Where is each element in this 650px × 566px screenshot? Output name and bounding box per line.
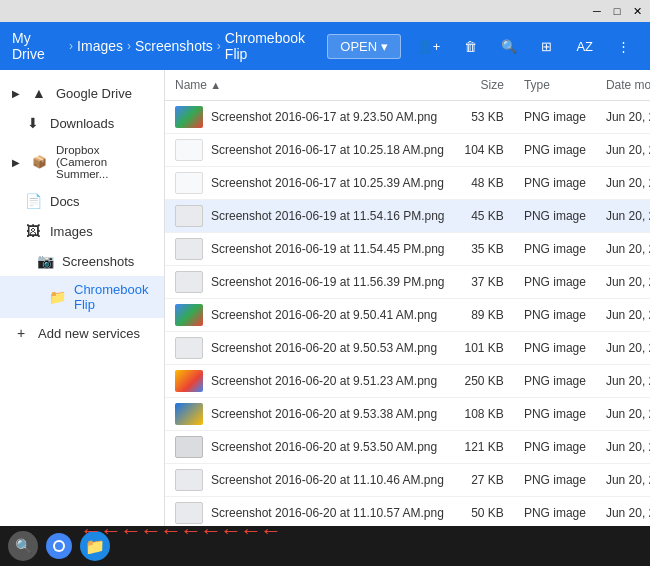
file-type: PNG image xyxy=(514,398,596,431)
add-person-button[interactable]: 👤+ xyxy=(409,35,449,58)
title-bar: ─ □ ✕ xyxy=(0,0,650,22)
breadcrumb-mydrive[interactable]: My Drive xyxy=(12,30,65,62)
table-row[interactable]: Screenshot 2016-06-19 at 11.54.45 PM.png… xyxy=(165,233,650,266)
file-type: PNG image xyxy=(514,167,596,200)
taskbar-search-icon[interactable]: 🔍 xyxy=(8,531,38,561)
search-icon: 🔍 xyxy=(501,39,517,54)
maximize-button[interactable]: □ xyxy=(608,2,626,20)
file-type: PNG image xyxy=(514,233,596,266)
file-name-cell: Screenshot 2016-06-19 at 11.54.16 PM.png xyxy=(165,200,455,233)
table-row[interactable]: Screenshot 2016-06-17 at 9.23.50 AM.png … xyxy=(165,101,650,134)
file-size: 48 KB xyxy=(455,167,514,200)
more-icon: ⋮ xyxy=(617,39,630,54)
minimize-button[interactable]: ─ xyxy=(588,2,606,20)
google-drive-icon: ▲ xyxy=(30,84,48,102)
delete-icon: 🗑 xyxy=(464,39,477,54)
table-row[interactable]: Screenshot 2016-06-20 at 9.51.23 AM.png … xyxy=(165,365,650,398)
file-type: PNG image xyxy=(514,332,596,365)
svg-point-2 xyxy=(55,542,63,550)
sidebar-item-google-drive[interactable]: ▶ ▲ Google Drive xyxy=(0,78,164,108)
file-name-cell: Screenshot 2016-06-20 at 9.53.50 AM.png xyxy=(165,431,455,464)
sidebar-item-downloads[interactable]: ⬇ Downloads xyxy=(0,108,164,138)
file-thumbnail xyxy=(175,139,203,161)
taskbar: 🔍 📁 ←←←←←←←←←← xyxy=(0,526,650,566)
col-header-name[interactable]: Name ▲ xyxy=(165,70,455,101)
folder-icon: 📁 xyxy=(48,288,66,306)
file-thumbnail xyxy=(175,403,203,425)
file-date: Jun 20, 2016, 11:52 AM xyxy=(596,365,650,398)
table-row[interactable]: Screenshot 2016-06-17 at 10.25.18 AM.png… xyxy=(165,134,650,167)
breadcrumb-sep-2: › xyxy=(127,39,131,53)
file-thumbnail xyxy=(175,106,203,128)
more-options-button[interactable]: ⋮ xyxy=(609,35,638,58)
table-header-row: Name ▲ Size Type Date modified xyxy=(165,70,650,101)
file-size: 101 KB xyxy=(455,332,514,365)
sidebar-label-images: Images xyxy=(50,224,93,239)
header: My Drive › Images › Screenshots › Chrome… xyxy=(0,22,650,70)
delete-button[interactable]: 🗑 xyxy=(456,35,485,58)
file-size: 45 KB xyxy=(455,200,514,233)
taskbar-chrome-icon[interactable] xyxy=(44,531,74,561)
close-button[interactable]: ✕ xyxy=(628,2,646,20)
file-date: Jun 20, 2016, 11:52 AM xyxy=(596,101,650,134)
search-button[interactable]: 🔍 xyxy=(493,35,525,58)
grid-icon: ⊞ xyxy=(541,39,552,54)
file-thumbnail xyxy=(175,238,203,260)
breadcrumb-screenshots[interactable]: Screenshots xyxy=(135,38,213,54)
breadcrumb-current[interactable]: Chromebook Flip xyxy=(225,30,327,62)
table-row[interactable]: Screenshot 2016-06-17 at 10.25.39 AM.png… xyxy=(165,167,650,200)
table-row[interactable]: Screenshot 2016-06-20 at 9.53.38 AM.png … xyxy=(165,398,650,431)
breadcrumb-images[interactable]: Images xyxy=(77,38,123,54)
file-date: Jun 20, 2016, 11:52 AM xyxy=(596,299,650,332)
file-date: Jun 20, 2016, 11:52 AM xyxy=(596,497,650,527)
file-name: Screenshot 2016-06-20 at 9.50.41 AM.png xyxy=(211,308,437,322)
file-type: PNG image xyxy=(514,431,596,464)
file-name: Screenshot 2016-06-20 at 9.50.53 AM.png xyxy=(211,341,437,355)
file-size: 37 KB xyxy=(455,266,514,299)
file-date: Jun 20, 2016, 11:52 AM xyxy=(596,266,650,299)
sidebar-item-add-services[interactable]: + Add new services xyxy=(0,318,164,348)
file-date: Jun 20, 2016, 11:52 AM xyxy=(596,134,650,167)
open-button[interactable]: OPEN ▾ xyxy=(327,34,400,59)
sidebar-item-docs[interactable]: 📄 Docs xyxy=(0,186,164,216)
table-row[interactable]: Screenshot 2016-06-20 at 9.50.53 AM.png … xyxy=(165,332,650,365)
file-name-cell: Screenshot 2016-06-17 at 10.25.39 AM.png xyxy=(165,167,455,200)
file-area: Name ▲ Size Type Date modified Screensho… xyxy=(165,70,650,526)
sidebar-item-screenshots[interactable]: 📷 Screenshots xyxy=(0,246,164,276)
table-row[interactable]: Screenshot 2016-06-20 at 9.50.41 AM.png … xyxy=(165,299,650,332)
sort-button[interactable]: AZ xyxy=(568,35,601,58)
file-name-cell: Screenshot 2016-06-17 at 9.23.50 AM.png xyxy=(165,101,455,134)
sort-icon: AZ xyxy=(576,39,593,54)
file-name-cell: Screenshot 2016-06-19 at 11.54.45 PM.png xyxy=(165,233,455,266)
table-row[interactable]: Screenshot 2016-06-20 at 11.10.46 AM.png… xyxy=(165,464,650,497)
grid-view-button[interactable]: ⊞ xyxy=(533,35,560,58)
file-date: Jun 20, 2016, 11:52 AM xyxy=(596,167,650,200)
dropbox-icon: 📦 xyxy=(30,153,48,171)
table-row[interactable]: Screenshot 2016-06-19 at 11.56.39 PM.png… xyxy=(165,266,650,299)
downloads-icon: ⬇ xyxy=(24,114,42,132)
table-row[interactable]: Screenshot 2016-06-19 at 11.54.16 PM.png… xyxy=(165,200,650,233)
sidebar-label-screenshots: Screenshots xyxy=(62,254,134,269)
file-name: Screenshot 2016-06-19 at 11.54.45 PM.png xyxy=(211,242,445,256)
file-date: Jun 20, 2016, 11:52 AM xyxy=(596,332,650,365)
col-header-size[interactable]: Size xyxy=(455,70,514,101)
file-name-cell: Screenshot 2016-06-20 at 9.50.53 AM.png xyxy=(165,332,455,365)
sidebar: ▶ ▲ Google Drive ⬇ Downloads ▶ 📦 Dropbox… xyxy=(0,70,165,526)
table-row[interactable]: Screenshot 2016-06-20 at 9.53.50 AM.png … xyxy=(165,431,650,464)
sidebar-item-dropbox[interactable]: ▶ 📦 Dropbox (Cameron Summer... xyxy=(0,138,164,186)
main-content: ▶ ▲ Google Drive ⬇ Downloads ▶ 📦 Dropbox… xyxy=(0,70,650,526)
sidebar-item-images[interactable]: 🖼 Images xyxy=(0,216,164,246)
docs-icon: 📄 xyxy=(24,192,42,210)
file-thumbnail xyxy=(175,337,203,359)
col-header-date[interactable]: Date modified xyxy=(596,70,650,101)
file-name-cell: Screenshot 2016-06-20 at 11.10.46 AM.png xyxy=(165,464,455,497)
file-type: PNG image xyxy=(514,266,596,299)
col-header-type[interactable]: Type xyxy=(514,70,596,101)
file-name-cell: Screenshot 2016-06-19 at 11.56.39 PM.png xyxy=(165,266,455,299)
expand-icon: ▶ xyxy=(12,88,20,99)
file-size: 89 KB xyxy=(455,299,514,332)
file-thumbnail xyxy=(175,172,203,194)
header-actions: OPEN ▾ 👤+ 🗑 🔍 ⊞ AZ ⋮ xyxy=(327,34,638,59)
file-type: PNG image xyxy=(514,365,596,398)
sidebar-item-chromebook-flip[interactable]: 📁 Chromebook Flip xyxy=(0,276,164,318)
